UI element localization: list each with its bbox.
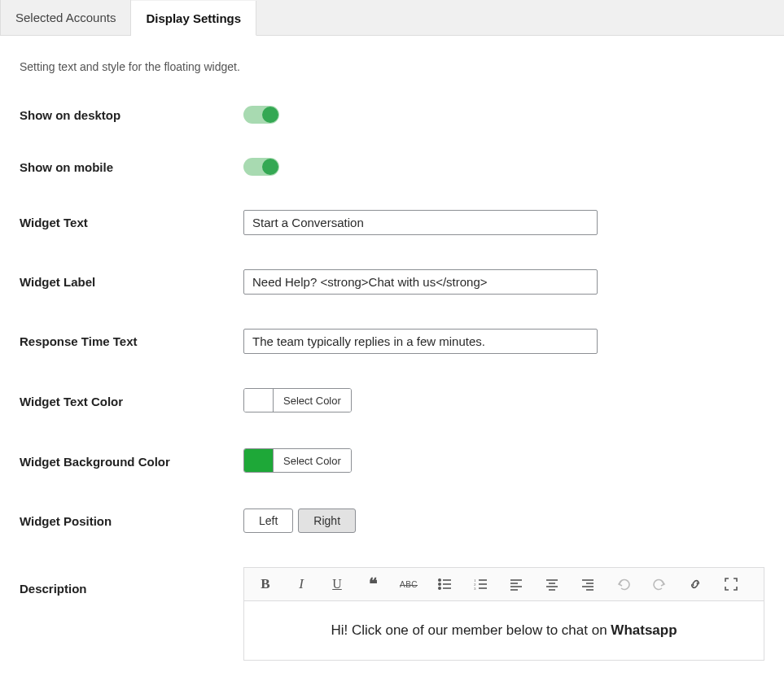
redo-icon[interactable] <box>650 574 669 594</box>
align-right-icon[interactable] <box>578 574 598 594</box>
tab-selected-accounts[interactable]: Selected Accounts <box>0 0 131 35</box>
label-response-time: Response Time Text <box>20 334 243 348</box>
link-icon[interactable] <box>685 574 705 594</box>
position-left-button[interactable]: Left <box>243 508 293 533</box>
input-widget-label[interactable] <box>243 269 598 295</box>
row-bg-color: Widget Background Color Select Color <box>20 448 764 474</box>
svg-text:3: 3 <box>474 587 476 591</box>
label-widget-text: Widget Text <box>20 216 243 229</box>
toggle-show-desktop[interactable] <box>243 106 279 124</box>
row-position: Widget Position Left Right <box>20 508 764 533</box>
row-text-color: Widget Text Color Select Color <box>20 388 764 414</box>
label-widget-label: Widget Label <box>20 275 243 289</box>
description-text-pre: Hi! Click one of our member below to cha… <box>331 622 611 638</box>
align-center-icon[interactable] <box>542 574 562 594</box>
toggle-knob <box>262 107 278 123</box>
align-left-icon[interactable] <box>506 574 526 594</box>
label-show-desktop: Show on desktop <box>20 108 243 122</box>
position-button-group: Left Right <box>243 508 356 533</box>
italic-icon[interactable]: I <box>291 574 311 594</box>
settings-content: Setting text and style for the floating … <box>0 36 784 685</box>
bullet-list-icon[interactable] <box>435 574 454 594</box>
undo-icon[interactable] <box>614 574 633 594</box>
numbered-list-icon[interactable]: 123 <box>471 574 490 594</box>
label-text-color: Widget Text Color <box>20 395 243 408</box>
label-bg-color: Widget Background Color <box>20 455 243 469</box>
label-position: Widget Position <box>20 514 243 528</box>
row-response-time: Response Time Text <box>20 329 764 354</box>
fullscreen-icon[interactable] <box>721 574 741 594</box>
underline-icon[interactable]: U <box>327 574 347 594</box>
row-widget-text: Widget Text <box>20 210 764 235</box>
tab-bar: Selected Accounts Display Settings <box>0 0 784 36</box>
bold-icon[interactable]: B <box>256 574 275 594</box>
tab-display-settings[interactable]: Display Settings <box>131 1 256 36</box>
row-widget-label: Widget Label <box>20 269 764 295</box>
select-color-button-text[interactable]: Select Color <box>274 389 351 412</box>
colorpicker-text-color[interactable]: Select Color <box>243 388 352 412</box>
rich-text-editor: B I U ❝ ABC 123 <box>243 567 764 661</box>
color-swatch-text <box>244 389 274 412</box>
input-response-time[interactable] <box>243 329 598 354</box>
colorpicker-bg-color[interactable]: Select Color <box>243 448 352 473</box>
editor-content[interactable]: Hi! Click one of our member below to cha… <box>244 601 764 660</box>
select-color-button-bg[interactable]: Select Color <box>274 449 351 472</box>
intro-text: Setting text and style for the floating … <box>20 60 764 73</box>
row-description: Description B I U ❝ ABC 123 <box>20 567 764 661</box>
blockquote-icon[interactable]: ❝ <box>363 574 383 594</box>
label-description: Description <box>20 567 243 596</box>
description-text-bold: Whatsapp <box>611 622 677 638</box>
svg-point-0 <box>439 579 440 581</box>
svg-point-4 <box>439 587 440 589</box>
toggle-show-mobile[interactable] <box>243 158 279 176</box>
svg-point-2 <box>439 583 440 585</box>
row-show-mobile: Show on mobile <box>20 158 764 176</box>
strikethrough-icon[interactable]: ABC <box>399 574 418 594</box>
editor-toolbar: B I U ❝ ABC 123 <box>244 568 764 601</box>
input-widget-text[interactable] <box>243 210 598 235</box>
row-show-desktop: Show on desktop <box>20 106 764 124</box>
toggle-knob <box>262 159 278 175</box>
position-right-button[interactable]: Right <box>298 508 356 533</box>
color-swatch-bg <box>244 449 274 472</box>
label-show-mobile: Show on mobile <box>20 160 243 174</box>
